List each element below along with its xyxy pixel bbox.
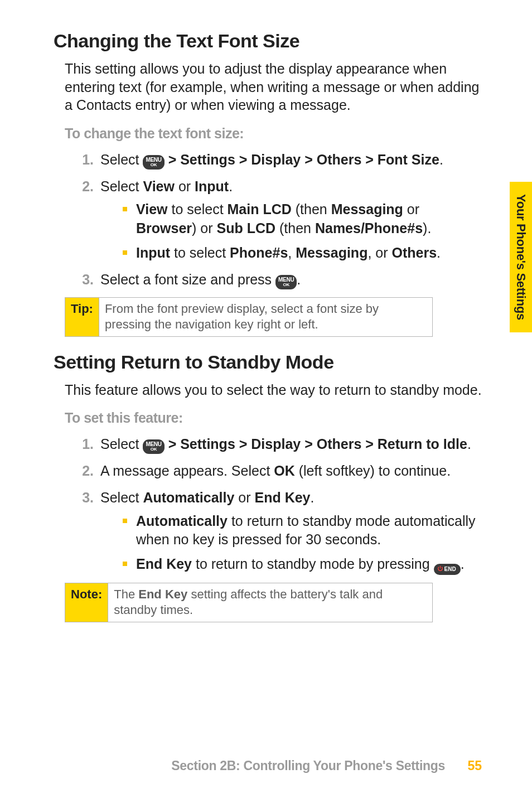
intro-standby: This feature allows you to select the wa… xyxy=(54,381,482,399)
step-2-standby: 2. A message appears. Select OK (left so… xyxy=(74,462,482,481)
bullet-endkey: End Key to return to standby mode by pre… xyxy=(123,555,482,575)
side-tab-label: Your Phone's Settings xyxy=(514,194,528,320)
subhead-standby: To set this feature: xyxy=(54,410,482,426)
tip-box: Tip: From the font preview display, sele… xyxy=(65,297,433,337)
step-2-font: 2. Select View or Input. View to select … xyxy=(74,177,482,263)
side-tab: Your Phone's Settings xyxy=(510,182,532,332)
page-footer: Section 2B: Controlling Your Phone's Set… xyxy=(54,758,482,773)
step-1-standby: 1. Select MENUOK > Settings > Display > … xyxy=(74,435,482,454)
bullet-auto: Automatically to return to standby mode … xyxy=(123,512,482,550)
intro-changing-font: This setting allows you to adjust the di… xyxy=(54,60,482,114)
note-content: The End Key setting affects the battery'… xyxy=(108,583,433,622)
page-number: 55 xyxy=(467,758,482,773)
menu-ok-icon: MENUOK xyxy=(143,439,164,454)
footer-section: Section 2B: Controlling Your Phone's Set… xyxy=(171,758,445,773)
step-1-font: 1. Select MENUOK > Settings > Display > … xyxy=(74,151,482,170)
menu-ok-icon: MENUOK xyxy=(143,155,164,170)
step-3-standby: 3. Select Automatically or End Key. Auto… xyxy=(74,489,482,575)
bullet-view: View to select Main LCD (then Messaging … xyxy=(123,200,482,238)
tip-content: From the font preview display, select a … xyxy=(99,297,432,336)
step-3-font: 3. Select a font size and press MENUOK. xyxy=(74,270,482,289)
heading-changing-font: Changing the Text Font Size xyxy=(54,30,482,52)
tip-label: Tip: xyxy=(65,297,99,336)
bullet-input: Input to select Phone#s, Messaging, or O… xyxy=(123,244,482,263)
note-label: Note: xyxy=(65,583,108,622)
menu-ok-icon: MENUOK xyxy=(275,275,297,289)
subhead-change-font: To change the text font size: xyxy=(54,125,482,142)
note-box: Note: The End Key setting affects the ba… xyxy=(65,583,433,622)
end-key-icon: END xyxy=(434,564,461,575)
heading-standby: Setting Return to Standby Mode xyxy=(54,351,482,373)
